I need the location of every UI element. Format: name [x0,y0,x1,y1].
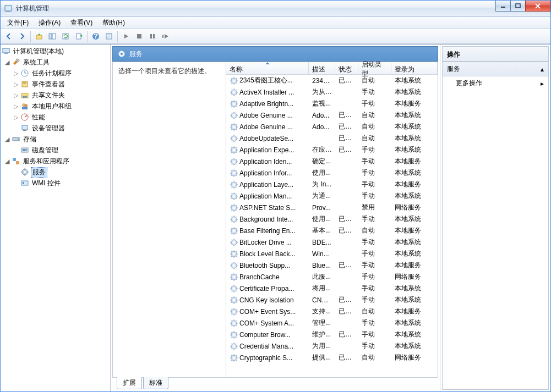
service-row[interactable]: Adobe Genuine ...Ado...已启动自动本地系统 [226,121,438,132]
service-row[interactable]: Adobe Genuine ...Ado...已启动自动本地系统 [226,109,438,121]
refresh-button[interactable] [59,30,72,42]
collapse-icon[interactable]: ◢ [3,158,12,164]
actions-more[interactable]: 更多操作 ▸ [443,76,548,90]
col-logon[interactable]: 登录为 [391,62,438,74]
expand-icon[interactable]: ▷ [12,70,20,76]
col-label: 描述 [312,65,325,74]
tree-root[interactable]: 计算机管理(本地) [1,46,110,57]
gear-icon [230,146,238,154]
tools-icon [12,58,20,67]
help-button[interactable]: ? [90,30,102,42]
show-hide-tree-button[interactable] [46,30,58,42]
tree-event-viewer[interactable]: ▷ 事件查看器 [1,79,110,90]
col-label: 登录为 [395,65,414,74]
menu-help[interactable]: 帮助(H) [98,17,129,29]
service-row[interactable]: CNG Key IsolationCNG...已启动手动本地系统 [226,294,438,306]
actions-section[interactable]: 服务 ▴ [443,62,548,76]
tree-pane[interactable]: 计算机管理(本地) ◢ 系统工具 ▷ 任务计划程序 ▷ 事件查看器 ▷ 共享文件… [1,45,111,391]
tree-label: 性能 [31,113,46,122]
service-row[interactable]: ActiveX Installer ...为从 ...手动本地系统 [226,86,438,98]
svg-rect-8 [77,34,81,39]
titlebar[interactable]: 计算机管理 [1,1,550,17]
expand-icon[interactable]: ▷ [12,114,20,120]
service-row[interactable]: COM+ System A...管理...手动本地系统 [226,317,438,329]
tab-extended[interactable]: 扩展 [117,377,142,389]
service-row[interactable]: Bluetooth Supp...Blue...已启动手动本地服务 [226,260,438,271]
service-row[interactable]: Application Man...为通...手动本地系统 [226,190,438,202]
col-desc[interactable]: 描述 [309,62,335,74]
service-logon: 本地系统 [391,134,438,143]
forward-button[interactable] [16,30,28,42]
service-row[interactable]: Application Laye...为 In...手动本地服务 [226,179,438,190]
view-tabs: 扩展 标准 [112,378,438,390]
service-logon: 本地服务 [391,99,438,108]
svg-rect-44 [23,182,24,184]
restart-service-button[interactable] [160,30,172,42]
service-row[interactable]: Background Inte...使用...已启动手动本地系统 [226,213,438,225]
tree-shared-folders[interactable]: ▷ 共享文件夹 [1,90,110,101]
close-button[interactable] [525,1,550,12]
menu-view[interactable]: 查看(V) [66,17,97,29]
tree-wmi[interactable]: WMI 控件 [1,178,110,189]
collapse-icon[interactable]: ◢ [3,136,12,142]
tree-services-apps[interactable]: ◢ 服务和应用程序 [1,156,110,167]
service-row[interactable]: AdobeUpdateSe...已启动自动本地系统 [226,132,438,144]
gear-icon [230,100,238,108]
service-desc: 确定... [309,157,335,166]
tree-performance[interactable]: ▷ 性能 [1,112,110,123]
tree-task-scheduler[interactable]: ▷ 任务计划程序 [1,68,110,79]
service-startup: 手动 [358,214,391,224]
up-button[interactable] [33,30,45,42]
service-row[interactable]: Adaptive Brightn...监视...手动本地服务 [226,98,438,109]
service-row[interactable]: Computer Brow...维护...已启动手动本地系统 [226,329,438,340]
pause-service-button[interactable] [146,30,159,42]
gear-icon [230,319,238,328]
service-row[interactable]: Application Infor...使用...手动本地系统 [226,167,438,179]
col-status[interactable]: 状态 [335,62,358,74]
service-row[interactable]: COM+ Event Sys...支持...已启动自动本地服务 [226,306,438,317]
back-button[interactable] [3,30,15,42]
tree-local-users[interactable]: ▷ 本地用户和组 [1,101,110,112]
service-rows[interactable]: 2345看图王核心...2345...已启动自动本地系统ActiveX Inst… [226,75,438,377]
service-row[interactable]: 2345看图王核心...2345...已启动自动本地系统 [226,75,438,86]
service-desc: BDE... [309,239,335,246]
service-row[interactable]: Application Expe...在应 ...已启动手动本地系统 [226,144,438,156]
service-row[interactable]: Block Level Back...Win...手动本地系统 [226,248,438,260]
service-row[interactable]: BranchCache此服...手动网络服务 [226,271,438,283]
service-row[interactable]: Application Iden...确定...手动本地服务 [226,156,438,167]
col-name[interactable]: 名称 [226,62,309,74]
tree-services[interactable]: 服务 [1,167,110,178]
export-button[interactable] [73,30,85,42]
service-desc: Ado... [309,123,335,131]
expand-icon[interactable]: ▷ [12,92,20,98]
service-startup: 自动 [358,134,391,143]
service-desc: 此服... [309,272,335,281]
service-startup: 自动 [358,226,391,235]
menu-action[interactable]: 操作(A) [34,17,65,29]
minimize-button[interactable] [495,1,511,12]
maximize-button[interactable] [510,1,526,12]
start-service-button[interactable] [120,30,132,42]
gear-icon [230,157,238,166]
tree-disk-management[interactable]: 磁盘管理 [1,145,110,156]
tree-device-manager[interactable]: 设备管理器 [1,123,110,134]
service-row[interactable]: BitLocker Drive ...BDE...手动本地系统 [226,236,438,248]
stop-service-button[interactable] [133,30,145,42]
expand-icon[interactable]: ▷ [12,103,20,109]
collapse-icon[interactable]: ◢ [3,59,12,65]
service-row[interactable]: Base Filtering En...基本...已启动自动本地服务 [226,225,438,236]
service-row[interactable]: Cryptographic S...提供...已启动自动网络服务 [226,352,438,363]
col-startup[interactable]: 启动类型 [358,62,391,74]
service-status: 已启动 [335,261,358,270]
tree-system-tools[interactable]: ◢ 系统工具 [1,57,110,68]
svg-rect-6 [52,34,56,39]
expand-icon[interactable]: ▷ [12,81,20,87]
service-row[interactable]: ASP.NET State S...Prov...禁用网络服务 [226,202,438,213]
service-row[interactable]: Certificate Propa...将用...手动本地系统 [226,283,438,294]
properties-button[interactable] [103,30,115,42]
tab-standard[interactable]: 标准 [143,377,168,389]
svg-point-82 [233,276,235,278]
menu-file[interactable]: 文件(F) [3,17,33,29]
service-row[interactable]: Credential Mana...为用...手动本地系统 [226,340,438,352]
tree-storage[interactable]: ◢ 存储 [1,134,110,145]
